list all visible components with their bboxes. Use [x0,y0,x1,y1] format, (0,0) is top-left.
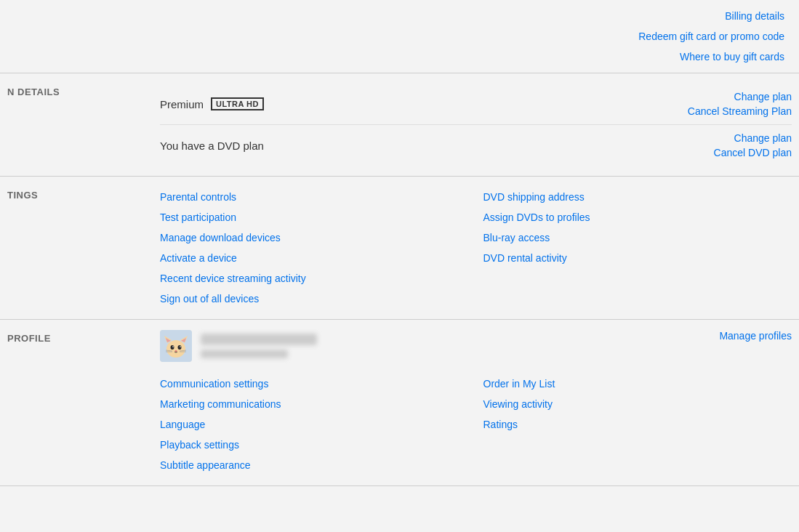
svg-point-8 [172,346,174,347]
profile-right-col: Order in My List Viewing activity Rating… [483,374,792,475]
streaming-plan-name: Premium [160,98,204,110]
change-dvd-plan-link[interactable]: Change plan [734,132,792,144]
parental-controls-link[interactable]: Parental controls [160,187,469,207]
dvd-plan-row: You have a DVD plan Change plan Cancel D… [160,125,792,166]
settings-left-col: Parental controls Test participation Man… [160,187,469,309]
profile-label: PROFILE [0,320,153,485]
manage-download-devices-link[interactable]: Manage download devices [160,227,469,248]
blu-ray-access-link[interactable]: Blu-ray access [483,227,792,248]
dvd-shipping-address-link[interactable]: DVD shipping address [483,187,792,207]
recent-device-streaming-link[interactable]: Recent device streaming activity [160,268,469,289]
streaming-plan-row: Premium ULTRA HD Change plan Cancel Stre… [160,84,792,125]
test-participation-link[interactable]: Test participation [160,207,469,227]
activate-device-link[interactable]: Activate a device [160,248,469,268]
manage-profiles-link[interactable]: Manage profiles [719,330,792,342]
redeem-gift-card-link[interactable]: Redeem gift card or promo code [638,26,784,47]
assign-dvds-profiles-link[interactable]: Assign DVDs to profiles [483,207,792,227]
profile-info [160,330,317,362]
plan-details-label: N DETAILS [0,73,153,176]
dvd-plan-info: You have a DVD plan [160,140,264,152]
subtitle-appearance-link[interactable]: Subtitle appearance [160,455,469,475]
communication-settings-link[interactable]: Communication settings [160,374,469,394]
language-link[interactable]: Language [160,414,469,435]
ratings-link[interactable]: Ratings [483,414,792,435]
billing-links: Billing details Redeem gift card or prom… [638,0,784,73]
profile-content: Manage profiles Communication settings M… [153,320,799,485]
svg-point-7 [178,345,182,350]
marketing-communications-link[interactable]: Marketing communications [160,394,469,414]
avatar-icon [160,330,192,362]
svg-point-9 [180,346,181,347]
profile-grid: Communication settings Marketing communi… [160,374,792,475]
profile-name-area [201,334,317,358]
svg-point-1 [166,340,185,358]
order-in-my-list-link[interactable]: Order in My List [483,374,792,394]
settings-section: TINGS Parental controls Test participati… [0,177,799,320]
billing-section: Billing details Redeem gift card or prom… [0,0,799,73]
cancel-dvd-plan-link[interactable]: Cancel DVD plan [714,147,792,158]
profile-name-blurred [201,334,317,345]
plan-details-section: N DETAILS Premium ULTRA HD Change plan C… [0,73,799,177]
settings-grid: Parental controls Test participation Man… [153,177,799,319]
dvd-plan-actions: Change plan Cancel DVD plan [714,132,792,158]
avatar [160,330,192,362]
sign-out-all-devices-link[interactable]: Sign out of all devices [160,289,469,309]
where-to-buy-link[interactable]: Where to buy gift cards [680,47,784,67]
ultra-hd-badge: ULTRA HD [211,97,264,110]
streaming-plan-actions: Change plan Cancel Streaming Plan [688,91,792,117]
change-streaming-plan-link[interactable]: Change plan [734,91,792,102]
svg-point-6 [171,345,174,350]
billing-details-link[interactable]: Billing details [725,6,784,26]
svg-point-10 [175,350,177,352]
playback-settings-link[interactable]: Playback settings [160,435,469,455]
plan-details-content: Premium ULTRA HD Change plan Cancel Stre… [153,73,799,176]
cancel-streaming-plan-link[interactable]: Cancel Streaming Plan [688,105,792,117]
dvd-plan-name: You have a DVD plan [160,140,264,152]
profile-header: Manage profiles [160,330,792,362]
profile-sub-blurred [201,350,288,358]
profile-section: PROFILE [0,320,799,486]
streaming-plan-info: Premium ULTRA HD [160,97,264,110]
settings-right-col: DVD shipping address Assign DVDs to prof… [483,187,792,309]
profile-left-col: Communication settings Marketing communi… [160,374,469,475]
viewing-activity-link[interactable]: Viewing activity [483,394,792,414]
dvd-rental-activity-link[interactable]: DVD rental activity [483,248,792,268]
page-container: Billing details Redeem gift card or prom… [0,0,799,532]
settings-label: TINGS [0,177,153,319]
